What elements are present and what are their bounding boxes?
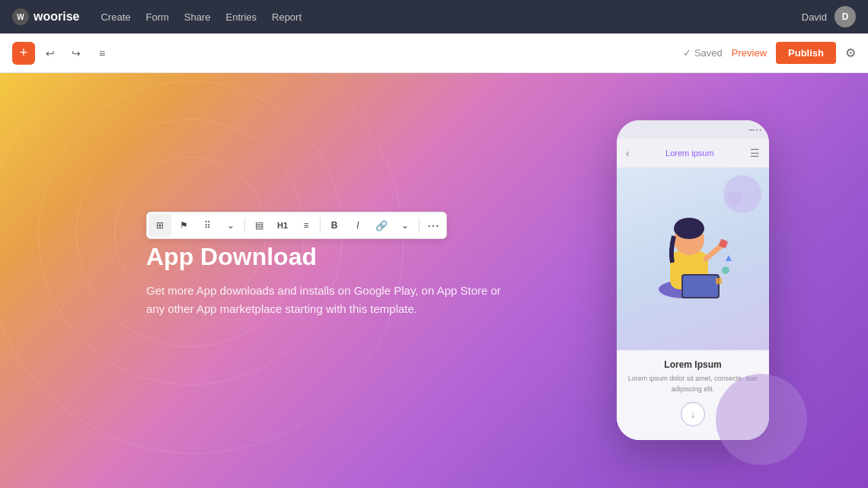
settings-button[interactable]: ⚙ — [845, 46, 856, 60]
phone-content-title: Lorem Ipsum — [627, 359, 758, 370]
nav-form[interactable]: Form — [146, 11, 169, 23]
svg-point-3 — [674, 218, 704, 239]
nav-entries[interactable]: Entries — [226, 11, 257, 23]
svg-marker-7 — [726, 255, 732, 261]
phone-nav: ‹ Lorem ipsum ☰ — [617, 139, 769, 167]
add-button[interactable]: + — [12, 42, 35, 65]
block-tool-move[interactable]: ⠿ — [196, 214, 219, 237]
svg-rect-5 — [683, 276, 718, 297]
content-description: Get more App downloads and installs on G… — [146, 282, 519, 318]
block-tool-align[interactable]: ≡ — [295, 214, 318, 237]
block-tool-more-chevron[interactable]: ⌄ — [394, 214, 416, 237]
svg-point-8 — [722, 266, 729, 274]
nav-items: Create Form Share Entries Report — [101, 11, 302, 23]
saved-status: ✓ Saved — [683, 47, 723, 59]
purple-blob — [716, 374, 807, 465]
content-title: App Download — [146, 242, 519, 271]
saved-label: Saved — [694, 47, 723, 59]
block-tool-more[interactable]: ⋯ — [422, 214, 445, 237]
canvas: ⊞ ⚑ ⠿ ⌄ ▤ H1 ≡ B I 🔗 ⌄ ⋯ App Download Ge… — [0, 73, 868, 488]
user-name: David — [802, 11, 827, 23]
block-tool-heading[interactable]: H1 — [271, 214, 294, 237]
block-tool-layout[interactable]: ▤ — [247, 214, 270, 237]
illustration-svg — [643, 209, 742, 308]
nav-right: David D — [802, 6, 856, 27]
block-tool-chevron-down[interactable]: ⌄ — [219, 214, 242, 237]
phone-back-icon: ‹ — [626, 147, 630, 159]
logo-text: woorise — [34, 10, 79, 24]
publish-button[interactable]: Publish — [776, 42, 836, 64]
block-tool-bold[interactable]: B — [323, 214, 346, 237]
block-tool-italic[interactable]: I — [346, 214, 369, 237]
toolbar-left: + ↩ ↪ ≡ — [12, 42, 113, 65]
phone-status-bar: ▪▪▪ ▪ ▪ — [617, 120, 769, 139]
block-tool-flag[interactable]: ⚑ — [172, 214, 195, 237]
preview-button[interactable]: Preview — [732, 47, 767, 59]
toolbar-right: ✓ Saved Preview Publish ⚙ — [683, 42, 856, 64]
nav-share[interactable]: Share — [184, 11, 211, 23]
top-nav: W woorise Create Form Share Entries Repo… — [0, 0, 868, 33]
phone-illustration — [617, 167, 769, 350]
separator-1 — [244, 218, 245, 233]
redo-button[interactable]: ↪ — [65, 43, 87, 64]
content-block: App Download Get more App downloads and … — [146, 242, 519, 318]
logo-icon: W — [12, 8, 29, 25]
block-toolbar: ⊞ ⚑ ⠿ ⌄ ▤ H1 ≡ B I 🔗 ⌄ ⋯ — [146, 212, 447, 239]
block-tool-grid[interactable]: ⊞ — [148, 214, 171, 237]
logo: W woorise — [12, 8, 79, 25]
nav-create[interactable]: Create — [101, 11, 130, 23]
phone-status-icons: ▪▪▪ ▪ ▪ — [749, 127, 761, 132]
undo-button[interactable]: ↩ — [40, 43, 61, 64]
separator-3 — [419, 218, 420, 233]
checkmark-icon: ✓ — [683, 47, 691, 59]
main-toolbar: + ↩ ↪ ≡ ✓ Saved Preview Publish ⚙ — [0, 33, 868, 73]
list-button[interactable]: ≡ — [91, 43, 113, 64]
avatar[interactable]: D — [834, 6, 856, 27]
block-tool-link[interactable]: 🔗 — [370, 214, 393, 237]
separator-2 — [320, 218, 321, 233]
phone-nav-title: Lorem ipsum — [665, 148, 714, 158]
phone-menu-icon: ☰ — [750, 147, 760, 159]
nav-report[interactable]: Report — [272, 11, 302, 23]
phone-down-button[interactable]: ↓ — [681, 402, 705, 426]
